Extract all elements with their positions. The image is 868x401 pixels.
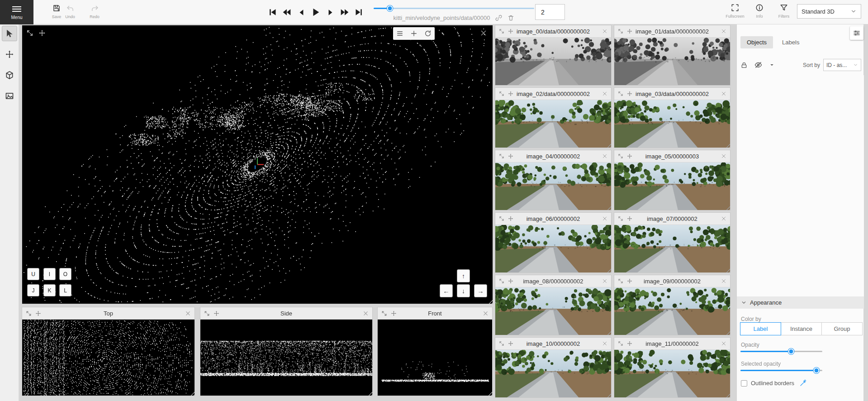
close-icon[interactable]: [721, 341, 726, 346]
hotkey-o[interactable]: O: [59, 268, 71, 280]
fast-backward-button[interactable]: [280, 6, 293, 19]
hotkey-l[interactable]: L: [59, 284, 71, 296]
nav-right-button[interactable]: →: [474, 284, 487, 297]
hotkey-j[interactable]: J: [27, 284, 39, 296]
panel-toggle-button[interactable]: [850, 26, 863, 40]
fullscreen-button[interactable]: Fullscreen: [724, 3, 746, 19]
color-by-instance-option[interactable]: Instance: [781, 322, 822, 335]
close-icon[interactable]: [483, 310, 489, 316]
redo-button[interactable]: Redo: [84, 4, 105, 19]
expand-icon[interactable]: [618, 91, 623, 96]
appearance-section-header[interactable]: Appearance: [737, 296, 864, 309]
tool-image-button[interactable]: [2, 88, 17, 104]
close-icon[interactable]: [602, 153, 607, 159]
point-cloud-canvas[interactable]: [22, 25, 493, 304]
step-forward-button[interactable]: [324, 6, 337, 19]
expand-icon[interactable]: [499, 216, 504, 221]
move-icon[interactable]: [627, 29, 632, 34]
color-by-label-option[interactable]: Label: [740, 322, 781, 335]
camera-image[interactable]: [495, 38, 611, 85]
move-icon[interactable]: [627, 153, 632, 159]
move-icon[interactable]: [627, 278, 632, 284]
nav-left-button[interactable]: ←: [440, 284, 453, 297]
move-icon[interactable]: [35, 310, 41, 316]
play-button[interactable]: [309, 6, 322, 19]
hotkey-k[interactable]: K: [43, 284, 56, 296]
undo-button[interactable]: Undo: [59, 4, 81, 19]
camera-image[interactable]: [614, 225, 730, 272]
outlined-borders-checkbox[interactable]: [741, 380, 747, 387]
nav-up-button[interactable]: ↑: [457, 269, 470, 282]
color-by-group-option[interactable]: Group: [821, 322, 863, 335]
side-view-canvas[interactable]: [200, 320, 372, 396]
close-icon[interactable]: [602, 341, 607, 346]
close-icon[interactable]: [602, 91, 607, 96]
timeline-slider-handle[interactable]: [387, 5, 393, 11]
close-icon[interactable]: [602, 29, 607, 34]
hotkey-i[interactable]: I: [43, 268, 56, 280]
close-icon[interactable]: [602, 278, 607, 284]
move-icon[interactable]: [508, 278, 513, 284]
camera-image[interactable]: [614, 287, 730, 335]
close-icon[interactable]: [363, 310, 369, 316]
sort-select[interactable]: ID - as...: [823, 59, 861, 71]
step-back-button[interactable]: [295, 6, 308, 19]
move-icon[interactable]: [508, 341, 513, 346]
top-view-canvas[interactable]: [22, 320, 194, 396]
skip-start-button[interactable]: [266, 6, 279, 19]
info-button[interactable]: Info: [749, 3, 770, 19]
close-icon[interactable]: [602, 216, 607, 221]
camera-image[interactable]: [495, 162, 611, 210]
close-icon[interactable]: [721, 29, 726, 34]
tab-labels[interactable]: Labels: [776, 36, 806, 48]
hotkey-u[interactable]: U: [27, 268, 39, 280]
tab-objects[interactable]: Objects: [740, 36, 773, 48]
skip-end-button[interactable]: [353, 6, 365, 19]
expand-icon[interactable]: [618, 278, 623, 284]
camera-image[interactable]: [495, 350, 611, 397]
expand-icon[interactable]: [381, 310, 387, 316]
eye-off-icon[interactable]: [754, 61, 762, 69]
close-icon[interactable]: [721, 278, 726, 284]
menu-button[interactable]: Menu: [0, 0, 33, 24]
frame-number-input[interactable]: [535, 4, 565, 20]
expand-icon[interactable]: [618, 341, 623, 346]
opacity-slider[interactable]: [740, 348, 822, 354]
camera-image[interactable]: [614, 350, 730, 397]
eyedropper-icon[interactable]: [800, 380, 806, 387]
move-icon[interactable]: [508, 91, 513, 96]
fast-forward-button[interactable]: [338, 6, 351, 19]
close-icon[interactable]: [480, 29, 487, 37]
expand-icon[interactable]: [26, 29, 33, 37]
expand-icon[interactable]: [499, 153, 504, 159]
move-icon[interactable]: [627, 91, 632, 96]
camera-image[interactable]: [495, 225, 611, 272]
expand-icon[interactable]: [618, 153, 623, 159]
front-view-canvas[interactable]: [378, 320, 492, 396]
close-icon[interactable]: [185, 310, 191, 316]
selected-opacity-slider-handle[interactable]: [814, 368, 820, 373]
expand-icon[interactable]: [499, 278, 504, 284]
expand-icon[interactable]: [618, 29, 623, 34]
plus-icon[interactable]: [410, 30, 417, 37]
camera-image[interactable]: [614, 162, 730, 210]
camera-image[interactable]: [495, 287, 611, 335]
move-icon[interactable]: [508, 153, 513, 159]
view-mode-select[interactable]: Standard 3D: [797, 4, 861, 19]
expand-icon[interactable]: [499, 91, 504, 96]
move-icon[interactable]: [213, 310, 219, 316]
move-icon[interactable]: [508, 29, 513, 34]
filters-button[interactable]: Filters: [773, 3, 795, 19]
move-icon[interactable]: [38, 29, 46, 37]
close-icon[interactable]: [721, 216, 726, 221]
chevron-down-icon[interactable]: [769, 62, 775, 68]
move-icon[interactable]: [508, 216, 513, 221]
tool-select-button[interactable]: [2, 26, 17, 41]
expand-icon[interactable]: [204, 310, 210, 316]
move-icon[interactable]: [627, 341, 632, 346]
expand-icon[interactable]: [26, 310, 32, 316]
selected-opacity-slider[interactable]: [740, 368, 822, 373]
camera-image[interactable]: [495, 100, 611, 148]
close-icon[interactable]: [721, 153, 726, 159]
expand-icon[interactable]: [499, 341, 504, 346]
